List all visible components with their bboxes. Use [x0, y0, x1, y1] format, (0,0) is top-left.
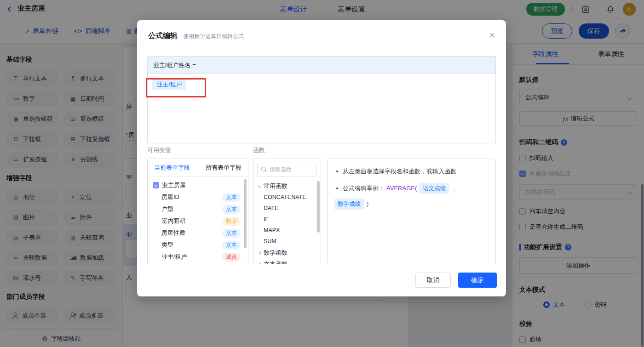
- help-panel: 从左侧面板选择字段名和函数，或输入函数 公式编辑举例： AVERAGE( 语文成…: [328, 159, 496, 264]
- confirm-button[interactable]: 确定: [458, 273, 497, 288]
- variable-row-partial: [148, 263, 248, 264]
- type-badge: 文本: [222, 193, 241, 202]
- function-search[interactable]: [257, 163, 317, 176]
- variable-row[interactable]: 户型文本: [148, 203, 248, 215]
- function-close: ): [367, 199, 368, 209]
- chevron-right-icon: [258, 250, 261, 254]
- function-item[interactable]: SUM: [253, 236, 321, 247]
- variable-row[interactable]: 业主/租户成员: [148, 251, 248, 263]
- cancel-button[interactable]: 取消: [415, 273, 451, 288]
- variable-row[interactable]: 房屋性质文本: [148, 227, 248, 239]
- red-annotation-box: [146, 78, 206, 97]
- bullet: [336, 171, 338, 172]
- modal-subtitle: 使用数学运算符编辑公式: [183, 33, 244, 40]
- comma: ，: [452, 183, 458, 193]
- chevron-down-icon: [258, 183, 261, 187]
- document-icon: [153, 182, 159, 188]
- function-group-math[interactable]: 数学函数: [253, 247, 321, 258]
- variables-label: 可用变量: [147, 146, 171, 154]
- function-item[interactable]: DATE: [253, 203, 321, 214]
- function-item[interactable]: IF: [253, 214, 321, 225]
- example-field-tag: 语文成绩: [420, 183, 449, 194]
- formula-target: 业主/租户姓名 =: [148, 57, 495, 74]
- modal-title: 公式编辑: [148, 31, 178, 41]
- close-icon[interactable]: ×: [489, 30, 495, 40]
- function-name: AVERAGE(: [386, 183, 417, 193]
- formula-editor[interactable]: 业主/租户姓名 = 业主/租户: [147, 56, 496, 143]
- form-node[interactable]: 业主房屋: [148, 179, 248, 191]
- tab-all-form-fields[interactable]: 所有表单字段: [206, 164, 242, 172]
- function-item[interactable]: CONCATENATE: [253, 192, 321, 203]
- search-input[interactable]: [270, 166, 313, 173]
- functions-scrollbar[interactable]: [317, 181, 320, 233]
- help-line-1: 从左侧面板选择字段名和函数，或输入函数: [343, 166, 456, 176]
- type-badge: 文本: [222, 229, 241, 238]
- help-line-2-prefix: 公式编辑举例：: [343, 183, 385, 193]
- function-group-common[interactable]: 常用函数: [253, 180, 321, 192]
- search-icon: [261, 167, 267, 172]
- functions-label: 函数: [253, 146, 265, 154]
- variable-row[interactable]: 类型文本: [148, 239, 248, 251]
- chevron-right-icon: [258, 262, 261, 264]
- function-group-text[interactable]: 文本函数: [253, 258, 321, 264]
- variable-row[interactable]: 室内面积数字: [148, 215, 248, 227]
- formula-edit-modal: 公式编辑 使用数学运算符编辑公式 × 业主/租户姓名 = 业主/租户 可用变量 …: [137, 20, 506, 296]
- type-badge: 成员: [222, 253, 241, 262]
- bullet: [336, 188, 338, 189]
- function-item[interactable]: MAPX: [253, 225, 321, 236]
- tab-current-form-fields[interactable]: 当前表单字段: [154, 164, 190, 172]
- functions-panel: 常用函数 CONCATENATE DATE IF MAPX SUM 数学函数 文…: [253, 159, 321, 264]
- type-badge: 文本: [222, 241, 241, 250]
- type-badge: 数字: [222, 217, 241, 226]
- example-field-tag: 数学成绩: [334, 199, 364, 210]
- variables-scrollbar[interactable]: [244, 179, 247, 248]
- variables-panel: 当前表单字段 所有表单字段 业主房屋 房屋ID文本 户型文本 室内面积数字 房屋…: [147, 159, 248, 264]
- variable-row[interactable]: 房屋ID文本: [148, 191, 248, 203]
- type-badge: 文本: [222, 205, 241, 214]
